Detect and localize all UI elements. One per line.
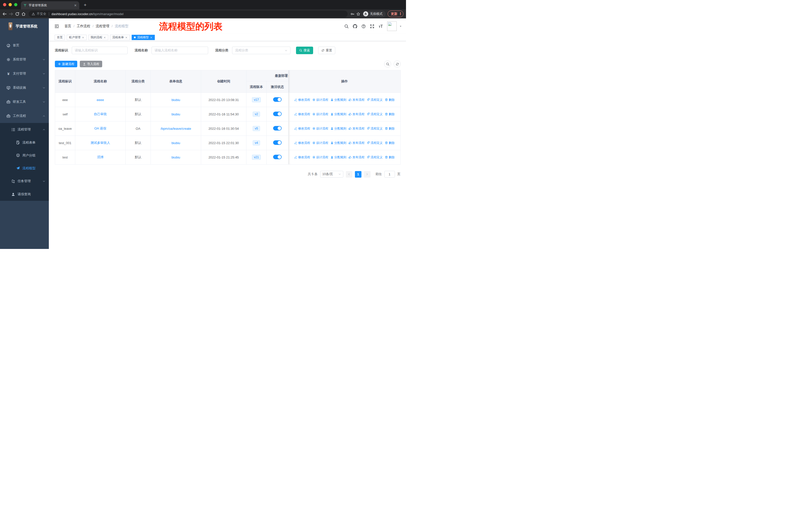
active-switch[interactable] <box>273 126 282 131</box>
design-process-link[interactable]: 设计流程 <box>312 112 328 116</box>
form-link[interactable]: biubiu <box>171 112 180 116</box>
browser-tab[interactable]: 芋道管理系统 ✕ <box>21 1 79 9</box>
edit-process-link[interactable]: 修改流程 <box>294 155 310 160</box>
version-badge[interactable]: v2 <box>253 112 260 117</box>
github-icon[interactable] <box>353 24 357 28</box>
minimize-window-button[interactable] <box>8 3 12 6</box>
edit-process-link[interactable]: 修改流程 <box>294 127 310 131</box>
publish-process-link[interactable]: 发布流程 <box>349 98 365 102</box>
delete-link[interactable]: 删除 <box>385 112 395 116</box>
new-tab-button[interactable]: ＋ <box>83 2 87 8</box>
active-switch[interactable] <box>273 140 282 145</box>
back-icon[interactable] <box>2 12 7 16</box>
show-search-button[interactable] <box>384 60 391 67</box>
delete-link[interactable]: 删除 <box>385 127 395 131</box>
close-icon[interactable] <box>82 36 84 39</box>
key-icon[interactable] <box>351 12 354 16</box>
tag-my-process[interactable]: 我的流程 <box>88 35 108 40</box>
delete-link[interactable]: 删除 <box>385 155 395 160</box>
publish-process-link[interactable]: 发布流程 <box>349 141 365 145</box>
design-process-link[interactable]: 设计流程 <box>312 98 328 102</box>
close-icon[interactable] <box>125 36 127 39</box>
assign-rule-link[interactable]: 分配规则 <box>330 112 346 116</box>
version-badge[interactable]: v21 <box>252 155 261 160</box>
active-switch[interactable] <box>273 97 282 102</box>
publish-process-link[interactable]: 发布流程 <box>349 112 365 116</box>
reload-icon[interactable] <box>15 12 19 16</box>
process-category-select[interactable]: 流程分类 <box>232 47 290 54</box>
design-process-link[interactable]: 设计流程 <box>312 155 328 160</box>
form-link[interactable]: /bpm/oa/leave/create <box>161 127 191 131</box>
breadcrumb-item[interactable]: 流程管理 <box>93 24 110 28</box>
active-switch[interactable] <box>273 112 282 116</box>
page-size-select[interactable]: 10条/页 <box>320 171 343 178</box>
tag-process-form[interactable]: 流程表单 <box>110 35 130 40</box>
publish-process-link[interactable]: 发布流程 <box>349 155 365 160</box>
address-bar[interactable]: 不安全 dashboard.yudao.iocoder.cn/bpm/manag… <box>29 10 348 18</box>
next-page-button[interactable] <box>364 171 371 178</box>
edit-process-link[interactable]: 修改流程 <box>294 98 310 102</box>
fullscreen-icon[interactable] <box>370 24 374 28</box>
sidebar-item-process-model[interactable]: 流程模型 <box>0 162 49 174</box>
delete-link[interactable]: 删除 <box>385 141 395 145</box>
sidebar-logo[interactable]: 芋道管理系统 <box>0 19 49 34</box>
sidebar-item-process-mgmt[interactable]: 流程管理 <box>0 123 49 136</box>
delete-link[interactable]: 删除 <box>385 98 395 102</box>
sidebar-item-workflow[interactable]: 工作流程 <box>0 109 49 123</box>
close-window-button[interactable] <box>3 3 6 6</box>
tag-home[interactable]: 首页 <box>55 35 65 40</box>
process-definition-link[interactable]: 流程定义 <box>367 155 383 160</box>
prev-page-button[interactable] <box>346 171 352 178</box>
refresh-table-button[interactable] <box>394 60 401 67</box>
process-definition-link[interactable]: 流程定义 <box>367 112 383 116</box>
font-size-icon[interactable] <box>379 24 383 28</box>
browser-update-button[interactable]: 更新 ••• <box>388 10 404 17</box>
form-link[interactable]: biubiu <box>171 141 180 145</box>
search-icon[interactable] <box>344 24 349 28</box>
browser-menu-icon[interactable]: ••• <box>400 12 401 16</box>
process-name-link[interactable]: 自己审批 <box>94 112 107 116</box>
design-process-link[interactable]: 设计流程 <box>312 141 328 145</box>
sidebar-item-leave-query[interactable]: 请假查询 <box>0 188 49 201</box>
breadcrumb-item[interactable]: 工作流程 <box>74 24 90 28</box>
assign-rule-link[interactable]: 分配规则 <box>330 141 346 145</box>
active-switch[interactable] <box>273 155 282 159</box>
process-name-input[interactable]: 请输入流程名称 <box>151 47 208 54</box>
sidebar-item-devtools[interactable]: 研发工具 <box>0 95 49 109</box>
sidebar-item-process-form[interactable]: 流程表单 <box>0 136 49 149</box>
assign-rule-link[interactable]: 分配规则 <box>330 155 346 160</box>
new-process-button[interactable]: 新建流程 <box>55 61 77 67</box>
version-badge[interactable]: v17 <box>252 97 261 102</box>
version-badge[interactable]: v4 <box>253 140 260 145</box>
search-button[interactable]: 搜索 <box>296 47 313 54</box>
sidebar-item-payment[interactable]: ¥ 支付管理 <box>0 66 49 81</box>
tag-tenant[interactable]: 租户管理 <box>67 35 87 40</box>
process-definition-link[interactable]: 流程定义 <box>367 127 383 131</box>
process-definition-link[interactable]: 流程定义 <box>367 98 383 102</box>
form-link[interactable]: biubiu <box>171 98 180 102</box>
goto-page-input[interactable] <box>384 171 395 178</box>
sidebar-item-home[interactable]: 首页 <box>0 38 49 52</box>
sidebar-item-infra[interactable]: 基础设施 <box>0 81 49 95</box>
process-name-link[interactable]: 滔博 <box>97 155 104 159</box>
help-icon[interactable] <box>361 24 366 28</box>
form-link[interactable]: biubiu <box>171 156 180 159</box>
user-avatar[interactable] <box>387 21 397 31</box>
design-process-link[interactable]: 设计流程 <box>312 127 328 131</box>
close-icon[interactable] <box>104 36 106 39</box>
sidebar-item-task-mgmt[interactable]: 任务管理 <box>0 174 49 188</box>
page-number-button[interactable]: 1 <box>355 171 361 178</box>
sidebar-item-system[interactable]: 系统管理 <box>0 52 49 66</box>
sidebar-fold-icon[interactable] <box>55 24 59 28</box>
tag-process-model-active[interactable]: 流程模型 <box>132 35 155 40</box>
import-process-button[interactable]: 导入流程 <box>80 61 102 67</box>
publish-process-link[interactable]: 发布流程 <box>349 127 365 131</box>
version-badge[interactable]: v5 <box>253 126 260 131</box>
process-name-link[interactable]: eeee <box>97 98 104 102</box>
sidebar-item-user-group[interactable]: 用户分组 <box>0 149 49 162</box>
process-name-link[interactable]: 测试多审批人 <box>91 141 110 145</box>
home-icon[interactable] <box>21 12 26 16</box>
forward-icon[interactable] <box>9 12 13 16</box>
process-definition-link[interactable]: 流程定义 <box>367 141 383 145</box>
edit-process-link[interactable]: 修改流程 <box>294 141 310 145</box>
